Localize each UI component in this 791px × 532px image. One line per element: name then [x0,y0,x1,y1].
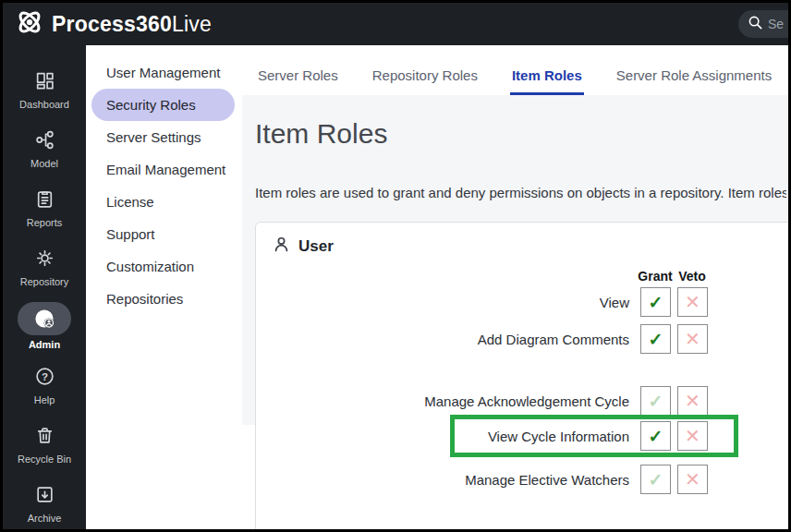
search-placeholder: Se [768,17,784,31]
veto-checkbox-manage-acknowledgement-cycle[interactable]: ✕ [677,386,708,416]
permission-row-view: View✓✕ [256,287,708,317]
sidebar-item-reports[interactable]: Reports [3,184,86,243]
user-role-card: User Grant Veto View✓✕Add Diagram Commen… [255,222,788,529]
permissions-grid: Grant Veto View✓✕Add Diagram Comments✓✕M… [256,269,755,529]
card-title: User [298,237,334,256]
sidebar-item-recycle-bin[interactable]: Recycle Bin [3,420,86,479]
subnav-item-customization[interactable]: Customization [91,250,235,283]
veto-checkbox-manage-elective-watchers[interactable]: ✕ [677,465,708,494]
sidebar-item-model[interactable]: Model [3,125,86,184]
tab-strip: Server RolesRepository RolesItem RolesSe… [242,45,788,95]
veto-checkbox-view-cycle-information[interactable]: ✕ [677,421,708,451]
subnav-item-security-roles[interactable]: Security Roles [91,89,235,121]
permission-row-manage-acknowledgement-cycle: Manage Acknowledgement Cycle✓✕ [256,386,708,416]
app-body: User ManagementSecurity RolesServer Sett… [86,45,788,529]
sidebar-item-dashboard[interactable]: Dashboard [3,66,86,125]
permission-row-add-diagram-comments: Add Diagram Comments✓✕ [256,324,708,354]
subnav-item-license[interactable]: License [91,186,235,218]
admin-user-icon [18,302,71,335]
sidebar-item-label: Help [34,394,55,405]
page-description: Item roles are used to grant and deny pe… [255,185,786,200]
permission-row-manage-elective-watchers: Manage Elective Watchers✓✕ [256,465,708,494]
grant-checkbox-manage-acknowledgement-cycle[interactable]: ✓ [640,386,671,416]
subnav-item-support[interactable]: Support [91,218,235,250]
process360-logo-icon [16,8,43,40]
sidebar-item-help[interactable]: ?Help [3,361,86,420]
veto-checkbox-view[interactable]: ✕ [677,287,708,317]
archive-icon [34,479,55,509]
subnav-item-server-settings[interactable]: Server Settings [91,121,235,153]
app-logo[interactable]: Process360Live [16,8,212,40]
permission-label: View [256,295,635,310]
app-window: Process360Live Se DashboardModelReportsR… [0,0,791,532]
brand-title: Process360Live [52,12,212,37]
model-icon [34,125,55,154]
veto-checkbox-add-diagram-comments[interactable]: ✕ [677,324,708,354]
sidebar-item-label: Reports [27,217,63,228]
reports-icon [34,184,55,213]
sidebar-item-admin[interactable]: Admin [3,302,86,361]
page-title: Item Roles [255,115,788,152]
grant-checkbox-view-cycle-information[interactable]: ✓ [640,421,671,451]
user-icon [273,236,290,257]
subnav-item-user-management[interactable]: User Management [91,56,235,89]
veto-column-header: Veto [674,269,711,284]
sidebar-item-label: Dashboard [19,99,69,110]
primary-sidebar: DashboardModelReportsRepositoryAdmin?Hel… [3,45,86,529]
grant-checkbox-manage-elective-watchers[interactable]: ✓ [640,465,671,494]
permission-label: Manage Acknowledgement Cycle [256,393,635,409]
grant-checkbox-add-diagram-comments[interactable]: ✓ [640,324,671,354]
tab-repository-roles[interactable]: Repository Roles [371,67,480,95]
admin-menu: User ManagementSecurity RolesServer Sett… [86,45,242,529]
grant-column-header: Grant [637,269,674,284]
main-area: Server RolesRepository RolesItem RolesSe… [242,45,788,529]
trash-icon [34,420,55,450]
subnav-item-repositories[interactable]: Repositories [91,283,235,315]
sidebar-item-archive[interactable]: Archive [3,479,86,532]
permission-label: Add Diagram Comments [256,332,635,347]
sidebar-item-repository[interactable]: Repository [3,243,86,302]
sidebar-item-label: Repository [20,276,69,287]
top-bar: Process360Live Se [3,3,788,45]
sidebar-item-label: Admin [29,339,60,350]
search-icon [748,15,762,33]
permission-row-view-cycle-information: View Cycle Information✓✕ [256,421,708,451]
grant-checkbox-view[interactable]: ✓ [640,287,671,317]
tab-server-roles[interactable]: Server Roles [256,67,340,95]
subnav-item-email-management[interactable]: Email Management [91,153,235,186]
sidebar-item-label: Archive [28,513,62,524]
search-input[interactable]: Se [738,10,788,38]
tab-item-roles[interactable]: Item Roles [510,67,584,95]
sidebar-item-label: Model [30,158,58,169]
tab-server-role-assignments[interactable]: Server Role Assignments [615,67,773,95]
dashboard-icon [34,66,55,95]
svg-text:?: ? [41,370,47,381]
permission-label: Manage Elective Watchers [256,472,635,488]
permission-label: View Cycle Information [256,429,635,444]
sidebar-item-label: Recycle Bin [18,453,71,465]
gear-icon [34,243,55,272]
help-icon: ? [34,361,55,391]
